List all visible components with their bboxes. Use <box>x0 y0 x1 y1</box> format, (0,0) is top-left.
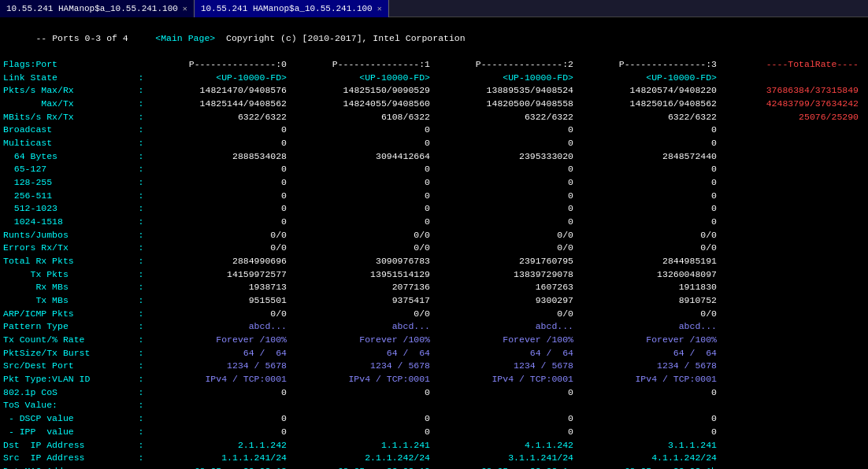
row-val-3: 0/0 <box>577 229 720 242</box>
row-sep: : <box>135 281 147 294</box>
row-val-0: 0/0 <box>147 242 290 255</box>
row-val-3: 0 <box>577 137 720 150</box>
row-val-0: 0 <box>147 426 290 439</box>
row-val-1: 6108/6322 <box>290 111 433 124</box>
table-row: 256-511:0000 <box>3 190 865 203</box>
row-val-1: 0 <box>290 202 433 216</box>
row-val-0: 0 <box>147 216 290 229</box>
row-val-2: 0/0 <box>433 242 577 255</box>
row-label: Runts/Jumbos <box>3 229 135 242</box>
row-total: 42483799/37634242 <box>720 98 862 111</box>
row-val-3: 1911830 <box>577 281 720 294</box>
row-val-0: 0/0 <box>147 308 290 321</box>
row-label: 256-511 <box>3 190 135 203</box>
row-val-0: 0 <box>147 137 290 150</box>
row-sep: : <box>135 202 147 216</box>
total-rate-header: ----TotalRate---- <box>720 58 862 72</box>
row-label: Tx MBs <box>3 294 135 308</box>
row-val-0: 0 <box>147 190 290 203</box>
row-val-2: 0 <box>433 124 577 137</box>
row-val-0: 2888534028 <box>147 150 290 164</box>
row-val-0: abcd... <box>147 320 290 334</box>
row-val-3: 0 <box>577 202 720 216</box>
row-val-3: 3.1.1.241 <box>577 439 720 452</box>
row-val-1: 0/0 <box>290 242 433 255</box>
row-label: ARP/ICMP Pkts <box>3 308 135 321</box>
row-val-0: 14821470/9408576 <box>147 84 290 98</box>
table-row: PktSize/Tx Burst:64 / 6464 / 6464 / 6464… <box>3 347 865 360</box>
row-val-1: 2077136 <box>290 281 433 294</box>
row-val-2: 2391760795 <box>433 255 577 268</box>
row-val-3 <box>577 399 720 412</box>
tab-1[interactable]: 10.55.241 HAManop$a_10.55.241.100 ✕ <box>0 0 195 17</box>
row-val-0: 2884990696 <box>147 255 290 268</box>
row-label: 64 Bytes <box>3 150 135 164</box>
row-sep: : <box>135 465 147 469</box>
row-val-1: 3090976783 <box>290 255 433 268</box>
row-label: Broadcast <box>3 124 135 137</box>
row-sep: : <box>135 320 147 334</box>
row-val-0: 14159972577 <box>147 268 290 282</box>
row-val-2: 1234 / 5678 <box>433 360 577 373</box>
table-row: 1024-1518:0000 <box>3 216 865 229</box>
table-row: Tx Count/% Rate:Forever /100%Forever /10… <box>3 334 865 347</box>
row-val-2: 13839729078 <box>433 268 577 282</box>
row-sep: : <box>135 242 147 255</box>
data-table: Flags:Port P---------------:0P----------… <box>3 58 865 469</box>
row-val-2: 6322/6322 <box>433 111 577 124</box>
row-val-2: 0 <box>433 426 577 439</box>
row-label: Dst MAC Address <box>3 465 135 469</box>
terminal: 10.55.241 HAManop$a_10.55.241.100 ✕ 10.5… <box>0 0 868 469</box>
row-val-2: 0 <box>433 137 577 150</box>
table-row: MBits/s Rx/Tx:6322/63226108/63226322/632… <box>3 111 865 124</box>
row-val-1: 1234 / 5678 <box>290 360 433 373</box>
row-val-0: 64 / 64 <box>147 347 290 360</box>
row-label: Max/Tx <box>3 98 135 111</box>
table-row: Total Rx Pkts:28849906963090976783239176… <box>3 255 865 268</box>
row-sep: : <box>135 72 147 85</box>
table-row: Dst IP Address:2.1.1.2421.1.1.2414.1.1.2… <box>3 439 865 452</box>
table-row: Runts/Jumbos:0/00/00/00/0 <box>3 229 865 242</box>
row-sep: : <box>135 308 147 321</box>
row-sep: : <box>135 111 147 124</box>
row-val-2: 13889535/9408524 <box>433 84 577 98</box>
row-val-0: 0 <box>147 163 290 176</box>
row-label: Pattern Type <box>3 320 135 334</box>
tab-2-close[interactable]: ✕ <box>377 4 382 13</box>
row-val-2: 14820500/9408558 <box>433 98 577 111</box>
tab-1-label: 10.55.241 HAManop$a_10.55.241.100 <box>6 4 178 13</box>
table-row: Broadcast:0000 <box>3 124 865 137</box>
row-sep: : <box>135 334 147 347</box>
row-sep: : <box>135 426 147 439</box>
row-val-0: 68:05:ca:32:03:18 <box>147 465 290 469</box>
row-val-3: 0 <box>577 176 720 190</box>
row-val-1: 9375417 <box>290 294 433 308</box>
tab-1-close[interactable]: ✕ <box>183 4 187 13</box>
row-val-1: 0 <box>290 190 433 203</box>
table-row: 512-1023:0000 <box>3 202 865 216</box>
table-row: Errors Rx/Tx:0/00/00/00/0 <box>3 242 865 255</box>
table-row: Rx MBs:1938713207713616072631911830 <box>3 281 865 294</box>
row-val-0: 6322/6322 <box>147 111 290 124</box>
row-val-2: Forever /100% <box>433 334 577 347</box>
row-val-2: 0 <box>433 216 577 229</box>
row-label: Total Rx Pkts <box>3 255 135 268</box>
flags-port-header: Flags:Port <box>3 58 135 72</box>
row-val-3: 0 <box>577 386 720 400</box>
row-label: ToS Value: <box>3 399 135 412</box>
tab-2[interactable]: 10.55.241 HAManop$a_10.55.241.100 ✕ <box>195 0 389 17</box>
row-sep: : <box>135 163 147 176</box>
row-sep: : <box>135 386 147 400</box>
table-row: Pkts/s Max/Rx:14821470/940857614825150/9… <box>3 84 865 98</box>
row-sep: : <box>135 84 147 98</box>
row-val-0: 0 <box>147 124 290 137</box>
row-label: Dst IP Address <box>3 439 135 452</box>
table-row: Dst MAC Address:68:05:ca:32:03:1868:05:c… <box>3 465 865 469</box>
tab-bar: 10.55.241 HAManop$a_10.55.241.100 ✕ 10.5… <box>0 0 868 17</box>
row-val-3: Forever /100% <box>577 334 720 347</box>
row-val-0 <box>147 399 290 412</box>
row-val-1: 14824055/9408560 <box>290 98 433 111</box>
header-nav: <Main Page> Copyright (c) [2010-2017], I… <box>128 33 466 43</box>
row-val-3: 68:05:ca:32:03:1b <box>577 465 720 469</box>
row-val-2: IPv4 / TCP:0001 <box>433 373 577 386</box>
